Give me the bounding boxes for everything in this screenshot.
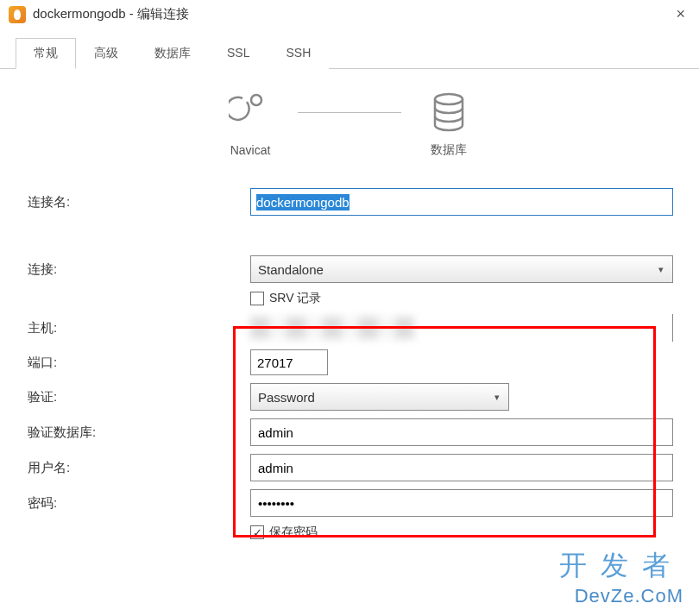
host-input[interactable] xyxy=(250,314,673,342)
label-password: 密码: xyxy=(26,495,250,512)
label-auth: 验证: xyxy=(26,389,250,405)
label-username: 用户名: xyxy=(26,460,250,476)
database-node: 数据库 xyxy=(427,91,470,158)
password-input[interactable] xyxy=(250,489,673,517)
row-port: 端口: xyxy=(26,349,673,375)
row-save-password: 保存密码 xyxy=(26,525,673,540)
save-password-label: 保存密码 xyxy=(269,525,318,540)
label-authdb: 验证数据库: xyxy=(26,424,250,441)
srv-label: SRV 记录 xyxy=(269,291,321,306)
watermark-en: DevZe.CoM xyxy=(559,585,683,607)
chevron-down-icon: ▾ xyxy=(494,392,500,403)
label-port: 端口: xyxy=(26,355,250,371)
srv-checkbox[interactable] xyxy=(250,292,264,305)
navicat-icon xyxy=(229,91,272,135)
row-connection: 连接: Standalone ▾ xyxy=(26,255,673,283)
window-title: dockermongodb - 编辑连接 xyxy=(33,6,189,22)
auth-select[interactable]: Password ▾ xyxy=(250,383,509,411)
label-connection: 连接: xyxy=(26,261,250,278)
row-host: 主机: xyxy=(26,314,673,342)
title-bar: dockermongodb - 编辑连接 × xyxy=(0,0,699,28)
row-srv: SRV 记录 xyxy=(26,291,673,306)
row-connection-name: 连接名: dockermongodb xyxy=(26,188,673,216)
tab-general[interactable]: 常规 xyxy=(16,38,76,69)
row-auth: 验证: Password ▾ xyxy=(26,383,673,411)
connection-name-input[interactable]: dockermongodb xyxy=(250,188,673,216)
navicat-node: Navicat xyxy=(229,91,272,157)
row-username: 用户名: xyxy=(26,454,673,481)
content: Navicat 数据库 连接名: dockermongodb xyxy=(0,69,699,566)
svg-point-0 xyxy=(251,95,261,105)
tab-ssh[interactable]: SSH xyxy=(268,38,329,69)
authdb-input[interactable] xyxy=(250,418,673,446)
app-icon xyxy=(9,6,26,23)
connection-select[interactable]: Standalone ▾ xyxy=(250,255,673,283)
save-password-checkbox[interactable] xyxy=(250,525,264,539)
tab-database[interactable]: 数据库 xyxy=(136,38,209,69)
chevron-down-icon: ▾ xyxy=(658,264,664,275)
row-password: 密码: xyxy=(26,489,673,517)
label-host: 主机: xyxy=(26,320,250,336)
svg-point-1 xyxy=(435,94,463,104)
navicat-label: Navicat xyxy=(230,143,271,157)
username-input[interactable] xyxy=(250,454,673,481)
port-input[interactable] xyxy=(250,349,328,375)
database-icon xyxy=(427,91,470,134)
row-authdb: 验证数据库: xyxy=(26,418,673,446)
auth-select-value: Password xyxy=(258,390,315,405)
database-label: 数据库 xyxy=(431,142,467,158)
tabs: 常规 高级 数据库 SSL SSH xyxy=(0,37,699,69)
label-connection-name: 连接名: xyxy=(26,194,250,211)
connection-diagram: Navicat 数据库 xyxy=(26,91,673,158)
tab-ssl[interactable]: SSL xyxy=(209,38,268,69)
diagram-line xyxy=(298,112,401,113)
connection-select-value: Standalone xyxy=(258,262,324,277)
tab-advanced[interactable]: 高级 xyxy=(76,38,136,69)
close-icon[interactable]: × xyxy=(671,5,690,23)
connection-name-value: dockermongodb xyxy=(256,194,350,211)
form: 连接名: dockermongodb 连接: Standalone ▾ xyxy=(26,188,673,540)
